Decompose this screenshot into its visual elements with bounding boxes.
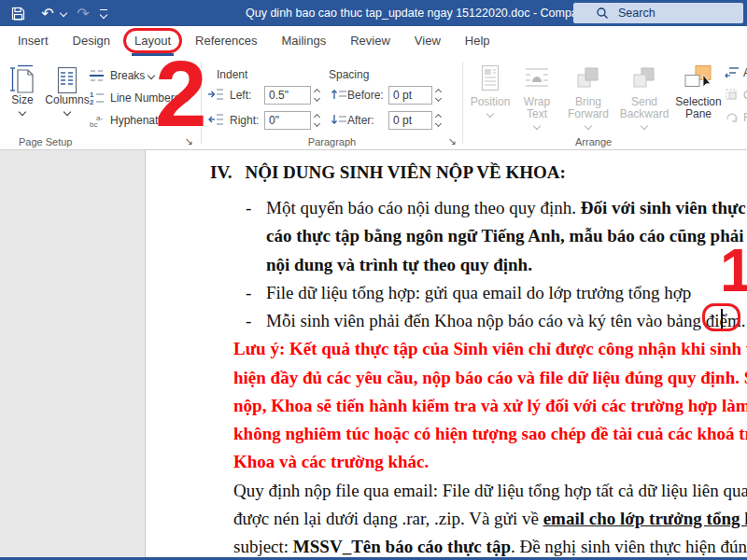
page-setup-dialog-launcher[interactable]: ↘ [182, 135, 195, 148]
line-numbers-button[interactable]: 1 2 Line Numbers [88, 88, 190, 108]
wrap-text-button[interactable]: Wrap Text [514, 61, 560, 129]
spacing-after-icon [331, 113, 347, 129]
document-page[interactable] [145, 150, 747, 557]
group-objects-icon [725, 88, 740, 104]
position-button[interactable]: Position [469, 61, 512, 117]
wrap-text-label: Wrap Text [514, 96, 560, 120]
indent-left-input[interactable]: 0.5" [264, 86, 311, 105]
chevron-down-icon [486, 110, 494, 118]
indent-left-label: Left: [230, 86, 251, 105]
ribbon: Size Columns [0, 58, 747, 150]
tab-references[interactable]: References [183, 26, 269, 58]
spacing-header: Spacing [329, 65, 369, 84]
send-backward-button[interactable]: Send Backward [616, 61, 672, 129]
hyphenation-button[interactable]: a- bc Hyphenation [88, 110, 182, 131]
arrange-partial-column: A G R [725, 62, 747, 129]
tab-label: Review [350, 34, 390, 48]
indent-left-icon [207, 88, 224, 104]
tab-label: Mailings [282, 34, 327, 48]
tab-label: Insert [18, 34, 49, 48]
indent-right-icon [207, 113, 224, 129]
search-icon [596, 7, 609, 20]
paragraph-group-label: Paragraph [202, 136, 462, 147]
ribbon-tab-bar: InsertDesignLayoutReferencesMailingsRevi… [0, 26, 747, 58]
spacing-before-input[interactable]: 0 pt [388, 86, 432, 105]
align-label-partial: A [743, 66, 747, 79]
spacing-before-label: Before: [347, 86, 384, 105]
chevron-down-icon [432, 95, 444, 105]
spacing-after-label: After: [347, 111, 374, 130]
group-button[interactable]: G [725, 84, 747, 106]
active-tab-underline [132, 53, 174, 56]
title-bar: ↶ ↷ Quy dinh bao cao thuc tap_update nga… [0, 0, 747, 26]
paragraph-dialog-launcher[interactable]: ↘ [445, 135, 458, 148]
selection-pane-button[interactable]: Selection Pane [674, 61, 723, 120]
chevron-down-icon [533, 122, 541, 130]
wrap-text-icon [514, 61, 560, 96]
rotate-icon [725, 110, 740, 126]
columns-icon [43, 61, 92, 94]
tab-mailings[interactable]: Mailings [270, 26, 339, 58]
tab-help[interactable]: Help [453, 26, 502, 58]
chevron-down-icon [19, 108, 26, 116]
columns-button[interactable]: Columns [43, 61, 92, 115]
page-setup-group-label: Page Setup [19, 136, 73, 147]
arrange-group-label: Arrange [575, 136, 612, 147]
rotate-button[interactable]: R [725, 106, 747, 129]
group-paragraph: Indent Spacing Left: 0.5" Right: 0" [202, 58, 462, 150]
document-canvas [0, 150, 747, 557]
redo-icon: ↷ [77, 5, 89, 22]
send-backward-label: Send Backward [616, 96, 672, 120]
bring-forward-icon [562, 61, 614, 96]
position-icon [469, 61, 512, 96]
bring-forward-button[interactable]: Bring Forward [562, 61, 614, 129]
customize-quick-access-toolbar-button[interactable] [95, 0, 112, 26]
selection-pane-icon [674, 61, 723, 96]
group-label-partial: G [743, 89, 747, 102]
columns-label: Columns [43, 94, 92, 106]
tab-design[interactable]: Design [61, 26, 122, 58]
undo-dropdown-button[interactable] [58, 0, 69, 26]
size-button[interactable]: Size [4, 61, 41, 115]
chevron-down-icon [148, 72, 155, 79]
spacing-before-stepper[interactable] [432, 86, 444, 105]
chevron-down-icon [585, 122, 592, 130]
save-icon [11, 7, 25, 21]
hyphenation-icon: a- bc [88, 113, 106, 128]
tab-label: References [195, 34, 257, 48]
indent-right-stepper[interactable] [311, 111, 322, 130]
align-button[interactable]: A [725, 62, 747, 84]
tab-layout[interactable]: Layout [122, 26, 183, 58]
hyphenation-label: Hyphenation [110, 114, 173, 127]
chevron-down-icon [176, 117, 183, 124]
chevron-down-icon [311, 120, 322, 130]
bring-forward-label: Bring Forward [562, 96, 614, 120]
breaks-label: Breaks [110, 69, 145, 82]
chevron-down-icon [63, 108, 71, 116]
search-box[interactable]: Search [573, 3, 743, 23]
group-page-setup: Size Columns [0, 58, 201, 150]
undo-icon: ↶ [41, 5, 53, 22]
indent-left-stepper[interactable] [311, 86, 322, 105]
indent-right-label: Right: [230, 111, 259, 130]
chevron-down-icon [641, 122, 648, 130]
tab-label: Help [465, 34, 490, 48]
tab-label: Layout [134, 34, 171, 48]
undo-button[interactable]: ↶ [35, 0, 60, 26]
spacing-after-input[interactable]: 0 pt [388, 111, 432, 130]
selection-pane-label: Selection Pane [674, 96, 723, 120]
tab-label: Design [73, 34, 110, 48]
redo-button[interactable]: ↷ [71, 0, 95, 26]
indent-header: Indent [217, 65, 247, 84]
svg-text:bc: bc [90, 120, 97, 128]
tab-insert[interactable]: Insert [6, 26, 61, 58]
indent-right-input[interactable]: 0" [264, 111, 311, 130]
tab-view[interactable]: View [402, 26, 453, 58]
size-label: Size [4, 94, 41, 106]
breaks-button[interactable]: Breaks [88, 65, 154, 86]
rotate-label-partial: R [743, 111, 747, 124]
tab-review[interactable]: Review [338, 26, 402, 58]
save-button[interactable] [4, 0, 32, 26]
spacing-after-stepper[interactable] [432, 111, 444, 130]
line-numbers-icon: 1 2 [88, 91, 106, 105]
